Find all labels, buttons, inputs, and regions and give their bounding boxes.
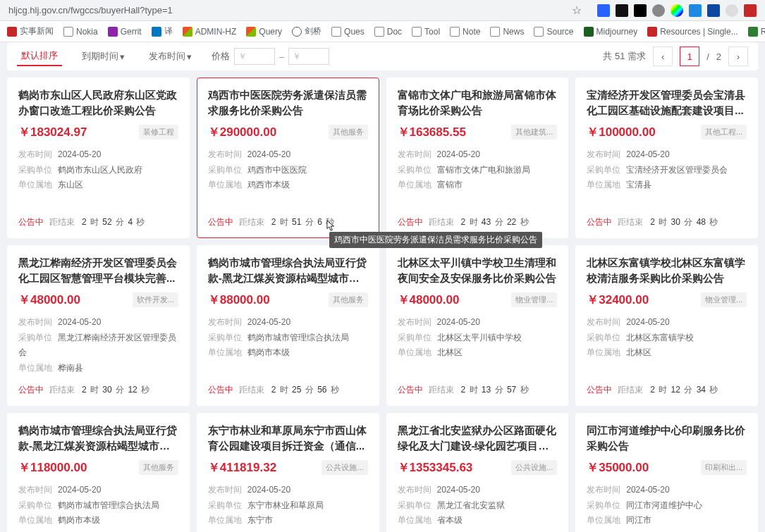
bookmark-icon (108, 27, 118, 37)
listing-category-tag: 其他服务 (329, 125, 368, 140)
listing-price: ￥163685.55 (398, 124, 466, 140)
pager-top: 共 51 需求 ‹ 1 / 2 › (603, 47, 748, 66)
pager-current[interactable]: 1 (680, 47, 699, 66)
listing-footer: 公告中距结束2 时 25 分 56 秒 (208, 378, 368, 396)
listing-footer: 公告中距结束2 时 30 分 12 秒 (18, 378, 178, 396)
bookmark-icon (534, 27, 544, 37)
listing-status: 公告中 (398, 216, 423, 228)
bookmark-icon (647, 27, 657, 37)
bookmark-item[interactable]: Note (450, 27, 480, 37)
pager-next[interactable]: › (728, 47, 748, 66)
sort-pub-time[interactable]: 发布时间 ▾ (145, 47, 196, 66)
bookmark-item[interactable]: Midjourney (584, 27, 638, 37)
listing-title: 同江市河道维护中心印刷服务比价采购公告 (587, 423, 747, 454)
sort-end-time[interactable]: 到期时间 ▾ (78, 47, 129, 66)
bookmark-item[interactable]: News (490, 27, 524, 37)
extension-icon[interactable] (707, 4, 720, 17)
mouse-cursor-icon (326, 220, 336, 233)
listing-price: ￥100000.00 (587, 124, 655, 140)
bookmark-label: 实事新闻 (20, 25, 54, 37)
countdown: 2 时 25 分 56 秒 (270, 384, 339, 396)
listing-footer: 公告中距结束2 时 52 分 4 秒 (18, 211, 178, 228)
listing-status: 公告中 (587, 216, 612, 228)
listing-meta: 发布时间2024-05-20采购单位宝清经济开发区管理委员会单位属地宝清县 (587, 147, 747, 193)
listing-grid: 鹤岗市东山区人民政府东山区党政办窗口改造工程比价采购公告￥183024.97装修… (0, 70, 765, 532)
bookmark-item[interactable]: Ques (331, 27, 365, 37)
listing-status: 公告中 (208, 384, 233, 396)
listing-card[interactable]: 宝清经济开发区管理委员会宝清县化工园区基础设施配套建设项目...￥100000.… (575, 78, 758, 238)
bookmark-item[interactable]: ADMIN-HZ (183, 27, 237, 37)
sort-default[interactable]: 默认排序 (17, 47, 62, 66)
listing-category-tag: 公共设施... (511, 460, 557, 475)
listing-card[interactable]: 鹤岗市东山区人民政府东山区党政办窗口改造工程比价采购公告￥183024.97装修… (7, 78, 190, 238)
bookmark-item[interactable]: 实事新闻 (7, 25, 54, 37)
extension-icon[interactable] (634, 4, 647, 17)
listing-card[interactable]: 黑龙江桦南经济开发区管理委员会化工园区智慧管理平台模块完善...￥48000.0… (7, 245, 190, 406)
listing-meta: 发布时间2024-05-20采购单位北林区东富镇学校单位属地北林区 (587, 315, 747, 361)
listing-title: 北林区东富镇学校北林区东富镇学校清洁服务采购比价采购公告 (587, 255, 747, 286)
pager-prev[interactable]: ‹ (653, 47, 673, 66)
bookmark-icon (152, 27, 161, 37)
listing-status: 公告中 (398, 384, 423, 396)
listing-title: 鹤岗市城市管理综合执法局亚行贷款-黑龙江煤炭资源枯竭型城市转... (208, 255, 368, 286)
listing-meta: 发布时间2024-05-20采购单位鹤岗市城市管理综合执法局单位属地鹤岗市本级 (18, 483, 178, 528)
hover-tooltip: 鸡西市中医医院劳务派遣保洁员需求服务比价采购公告 (329, 232, 542, 248)
listing-title: 北林区太平川镇中学校卫生清理和夜间安全及安保服务比价采购公告 (398, 255, 558, 286)
listing-price: ￥35000.00 (587, 459, 649, 476)
listing-card[interactable]: 北林区太平川镇中学校卫生清理和夜间安全及安保服务比价采购公告￥48000.00物… (386, 245, 569, 406)
extension-icon[interactable] (616, 4, 628, 17)
bookmark-icon (584, 27, 594, 37)
listing-card[interactable]: 鸡西市中医医院劳务派遣保洁员需求服务比价采购公告￥290000.00其他服务发布… (197, 78, 379, 238)
extension-icon[interactable] (744, 4, 757, 17)
bookmark-item[interactable]: Tool (412, 27, 440, 37)
listing-card[interactable]: 鹤岗市城市管理综合执法局亚行贷款-黑龙江煤炭资源枯竭型城市转...￥88000.… (197, 245, 379, 406)
extension-icon[interactable] (652, 4, 665, 17)
listing-card[interactable]: 黑龙江省北安监狱办公区路面硬化绿化及大门建设-绿化园艺项目比...￥135334… (386, 413, 569, 532)
listing-category-tag: 物业管理... (701, 292, 747, 307)
countdown-label: 距结束 (429, 384, 454, 396)
bookmark-item[interactable]: Source (534, 27, 573, 37)
bookmark-item[interactable]: Query (246, 27, 282, 37)
listing-title: 富锦市文体广电和旅游局富锦市体育场比价采购公告 (398, 87, 558, 118)
bookmark-label: Ques (344, 27, 365, 37)
bookmark-item[interactable]: 剑桥 (292, 25, 322, 37)
extension-icon[interactable] (689, 4, 702, 17)
bookmark-star-icon[interactable]: ☆ (572, 4, 582, 17)
bookmark-item[interactable]: Nokia (63, 27, 98, 37)
bookmark-label: Nokia (76, 27, 98, 37)
bookmark-item[interactable]: 译 (152, 25, 173, 37)
listing-status: 公告中 (208, 216, 233, 228)
listing-title: 鹤岗市城市管理综合执法局亚行贷款-黑龙江煤炭资源枯竭型城市转... (18, 423, 178, 454)
listing-card[interactable]: 鹤岗市城市管理综合执法局亚行贷款-黑龙江煤炭资源枯竭型城市转...￥118000… (7, 413, 190, 532)
listing-meta: 发布时间2024-05-20采购单位黑龙江桦南经济开发区管理委员会单位属地桦南县 (18, 315, 178, 376)
bookmark-label: 译 (164, 25, 173, 37)
countdown-label: 距结束 (49, 384, 75, 396)
yen-icon: ￥ (293, 51, 301, 63)
listing-price: ￥48000.00 (398, 292, 460, 308)
countdown: 2 时 43 分 22 秒 (460, 216, 529, 228)
extension-icon[interactable] (726, 4, 738, 17)
extension-icon[interactable] (671, 4, 683, 17)
listing-meta: 发布时间2024-05-20采购单位北林区太平川镇中学校单位属地北林区 (398, 315, 558, 361)
listing-card[interactable]: 东宁市林业和草原局东宁市西山体育公园建设项目拆迁资金（通信...￥411819.… (197, 413, 379, 532)
countdown-label: 距结束 (239, 384, 264, 396)
bookmark-item[interactable]: Gerrit (108, 27, 142, 37)
bookmark-item[interactable]: Doc (374, 27, 402, 37)
countdown: 2 时 52 分 4 秒 (80, 216, 145, 228)
listing-price: ￥1353345.63 (398, 459, 473, 476)
listing-card[interactable]: 同江市河道维护中心印刷服务比价采购公告￥35000.00印刷和出...发布时间2… (575, 413, 758, 532)
bookmark-icon (331, 27, 341, 37)
listing-card[interactable]: 北林区东富镇学校北林区东富镇学校清洁服务采购比价采购公告￥32400.00物业管… (575, 245, 758, 406)
bookmark-icon (412, 27, 422, 37)
pager-total: 2 (716, 51, 721, 62)
extension-icon[interactable] (597, 4, 610, 17)
bookmark-item[interactable]: RAN BOAM O&... (748, 27, 765, 37)
yen-icon: ￥ (238, 51, 247, 63)
bookmarks-bar: 实事新闻NokiaGerrit译ADMIN-HZQuery剑桥QuesDocTo… (0, 21, 765, 42)
listing-title: 黑龙江桦南经济开发区管理委员会化工园区智慧管理平台模块完善... (18, 255, 178, 286)
bookmark-label: Resources | Single... (660, 27, 738, 37)
countdown: 2 时 30 分 12 秒 (80, 384, 149, 396)
bookmark-item[interactable]: Resources | Single... (647, 27, 738, 37)
bookmark-label: News (503, 27, 524, 37)
listing-card[interactable]: 富锦市文体广电和旅游局富锦市体育场比价采购公告￥163685.55其他建筑...… (386, 78, 569, 238)
